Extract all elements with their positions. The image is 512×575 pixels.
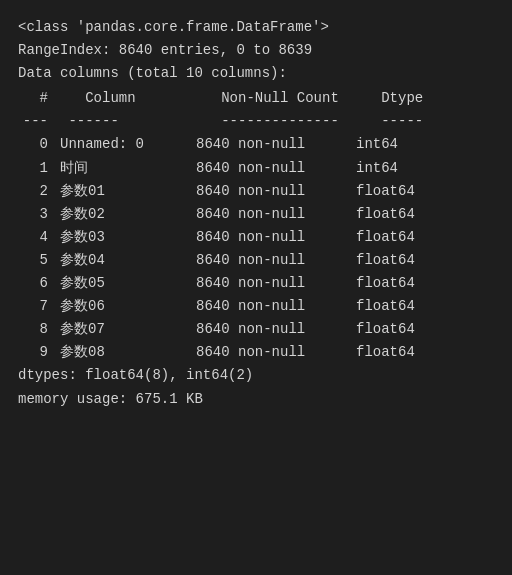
cell-index: 7 xyxy=(18,295,56,318)
cell-column: 参数08 xyxy=(56,341,196,364)
cell-nonnull: 8640 non-null xyxy=(196,133,356,156)
cell-index: 5 xyxy=(18,249,56,272)
cell-column: Unnamed: 0 xyxy=(56,133,196,156)
table-row: 3参数028640 non-nullfloat64 xyxy=(18,203,494,226)
table-row: 8参数078640 non-nullfloat64 xyxy=(18,318,494,341)
cell-column: 参数04 xyxy=(56,249,196,272)
data-columns-line: Data columns (total 10 columns): xyxy=(18,62,494,85)
dataframe-table: # Column Non-Null Count Dtype --- ------… xyxy=(18,87,494,364)
cell-index: 8 xyxy=(18,318,56,341)
cell-nonnull: 8640 non-null xyxy=(196,157,356,180)
table-row: 1时间8640 non-nullint64 xyxy=(18,157,494,180)
class-line: <class 'pandas.core.frame.DataFrame'> xyxy=(18,16,494,39)
cell-column: 参数07 xyxy=(56,318,196,341)
cell-dtype: float64 xyxy=(356,341,436,364)
cell-index: 9 xyxy=(18,341,56,364)
table-row: 9参数088640 non-nullfloat64 xyxy=(18,341,494,364)
col-dtype-header: Dtype xyxy=(356,87,436,110)
cell-dtype: int64 xyxy=(356,133,436,156)
cell-nonnull: 8640 non-null xyxy=(196,272,356,295)
cell-dtype: float64 xyxy=(356,203,436,226)
sep-hash: --- xyxy=(18,110,56,133)
output-block: <class 'pandas.core.frame.DataFrame'> Ra… xyxy=(18,16,494,411)
table-row: 2参数018640 non-nullfloat64 xyxy=(18,180,494,203)
cell-index: 4 xyxy=(18,226,56,249)
col-column-header: Column xyxy=(56,87,196,110)
cell-dtype: float64 xyxy=(356,180,436,203)
table-header-row: # Column Non-Null Count Dtype xyxy=(18,87,494,110)
cell-column: 参数06 xyxy=(56,295,196,318)
table-row: 6参数058640 non-nullfloat64 xyxy=(18,272,494,295)
sep-column: ------ xyxy=(56,110,196,133)
cell-nonnull: 8640 non-null xyxy=(196,249,356,272)
dtypes-line: dtypes: float64(8), int64(2) xyxy=(18,364,494,387)
cell-nonnull: 8640 non-null xyxy=(196,318,356,341)
cell-dtype: float64 xyxy=(356,226,436,249)
cell-nonnull: 8640 non-null xyxy=(196,180,356,203)
table-row: 7参数068640 non-nullfloat64 xyxy=(18,295,494,318)
table-data-rows: 0Unnamed: 08640 non-nullint641时间8640 non… xyxy=(18,133,494,364)
table-row: 0Unnamed: 08640 non-nullint64 xyxy=(18,133,494,156)
cell-column: 参数03 xyxy=(56,226,196,249)
cell-dtype: float64 xyxy=(356,272,436,295)
range-index-line: RangeIndex: 8640 entries, 0 to 8639 xyxy=(18,39,494,62)
cell-column: 时间 xyxy=(56,157,196,180)
cell-column: 参数05 xyxy=(56,272,196,295)
cell-index: 1 xyxy=(18,157,56,180)
cell-index: 3 xyxy=(18,203,56,226)
cell-dtype: float64 xyxy=(356,318,436,341)
col-nonnull-header: Non-Null Count xyxy=(196,87,356,110)
cell-index: 0 xyxy=(18,133,56,156)
cell-index: 2 xyxy=(18,180,56,203)
sep-dtype: ----- xyxy=(356,110,436,133)
cell-nonnull: 8640 non-null xyxy=(196,341,356,364)
table-row: 4参数038640 non-nullfloat64 xyxy=(18,226,494,249)
cell-dtype: float64 xyxy=(356,295,436,318)
memory-line: memory usage: 675.1 KB xyxy=(18,388,494,411)
cell-dtype: float64 xyxy=(356,249,436,272)
cell-nonnull: 8640 non-null xyxy=(196,203,356,226)
cell-dtype: int64 xyxy=(356,157,436,180)
table-row: 5参数048640 non-nullfloat64 xyxy=(18,249,494,272)
cell-column: 参数01 xyxy=(56,180,196,203)
cell-column: 参数02 xyxy=(56,203,196,226)
cell-index: 6 xyxy=(18,272,56,295)
col-hash-header: # xyxy=(18,87,56,110)
cell-nonnull: 8640 non-null xyxy=(196,226,356,249)
cell-nonnull: 8640 non-null xyxy=(196,295,356,318)
sep-nonnull: -------------- xyxy=(196,110,356,133)
table-separator-row: --- ------ -------------- ----- xyxy=(18,110,494,133)
